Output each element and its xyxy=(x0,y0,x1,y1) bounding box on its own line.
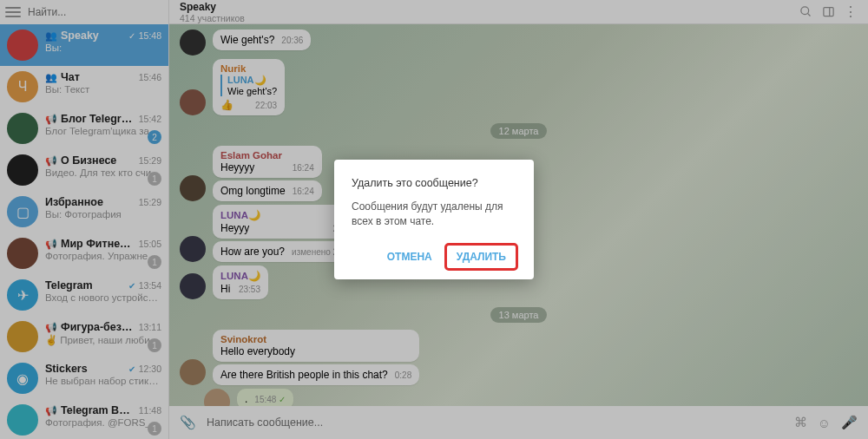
dialog-title: Удалить это сообщение? xyxy=(352,177,516,189)
cancel-button[interactable]: ОТМЕНА xyxy=(377,245,443,269)
dialog-overlay[interactable]: Удалить это сообщение? Сообщения будут у… xyxy=(0,0,868,439)
delete-dialog: Удалить это сообщение? Сообщения будут у… xyxy=(334,160,534,279)
dialog-body: Сообщения будут удалены для всех в этом … xyxy=(352,200,516,229)
delete-button[interactable]: УДАЛИТЬ xyxy=(446,245,516,269)
